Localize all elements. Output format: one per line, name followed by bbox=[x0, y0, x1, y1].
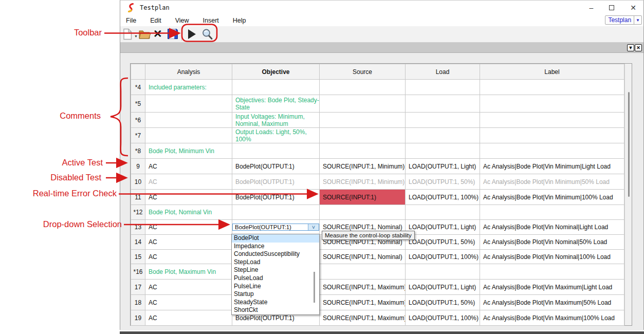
cell-load[interactable] bbox=[406, 205, 480, 220]
cell-source[interactable] bbox=[320, 95, 406, 113]
cell-source[interactable] bbox=[320, 205, 406, 220]
cell-analysis[interactable]: AC bbox=[145, 235, 232, 250]
cell-objective[interactable] bbox=[232, 205, 320, 220]
row-number[interactable]: 11 bbox=[131, 190, 145, 205]
dropdown-item-pulseload[interactable]: PulseLoad bbox=[232, 274, 319, 283]
cell-label[interactable]: Ac Analysis|Bode Plot|Vin Minimum|100% L… bbox=[480, 190, 624, 205]
cell-objective[interactable]: Objectives: Bode Plot, Steady-State bbox=[232, 95, 320, 113]
dropdown-item-stepload[interactable]: StepLoad bbox=[232, 258, 319, 267]
column-header-rownum[interactable] bbox=[131, 64, 145, 80]
cell-label[interactable]: Ac Analysis|Bode Plot|Vin Maximum|100% L… bbox=[480, 310, 624, 326]
cell-analysis[interactable]: Bode Plot, Minimum Vin bbox=[145, 143, 232, 159]
vertical-scrollbar[interactable] bbox=[624, 64, 632, 325]
cell-load[interactable] bbox=[406, 128, 480, 143]
row-number[interactable]: 10 bbox=[131, 174, 145, 190]
cell-objective[interactable]: BodePlot(OUTPUT:1) bbox=[232, 174, 320, 190]
cell-analysis[interactable]: Included parameters: bbox=[145, 80, 232, 95]
cell-analysis[interactable]: Bode Plot, Maximum Vin bbox=[145, 264, 232, 280]
cell-load[interactable] bbox=[406, 143, 480, 159]
cell-label[interactable] bbox=[480, 95, 624, 113]
cell-analysis[interactable]: AC bbox=[145, 159, 232, 174]
cell-load[interactable]: LOAD(OUTPUT:1, Light) bbox=[406, 220, 480, 235]
menu-item-edit[interactable]: Edit bbox=[145, 16, 166, 25]
cell-label[interactable] bbox=[480, 113, 624, 128]
dropdown-item-conductedsusceptibility[interactable]: ConductedSusceptibility bbox=[232, 250, 319, 258]
dropdown-item-stepline[interactable]: StepLine bbox=[232, 266, 319, 274]
cell-source[interactable]: SOURCE(INPUT:1, Maximum) bbox=[320, 295, 406, 310]
delete-button[interactable]: ✕ bbox=[153, 28, 162, 40]
dropdown-item-shortckt[interactable]: ShortCkt bbox=[232, 306, 319, 314]
cell-label[interactable] bbox=[480, 264, 624, 280]
maximize-button[interactable] bbox=[609, 5, 614, 10]
cell-load[interactable]: LOAD(OUTPUT:1, 50%) bbox=[406, 235, 480, 250]
row-number[interactable]: 18 bbox=[131, 295, 145, 310]
objective-dropdown-list[interactable]: BodePlotImpedanceConductedSusceptibility… bbox=[231, 234, 320, 315]
cell-source[interactable] bbox=[320, 143, 406, 159]
dropdown-item-impedance[interactable]: Impedance bbox=[232, 243, 319, 251]
cell-source[interactable] bbox=[320, 128, 406, 143]
dropdown-item-bodeplot[interactable]: BodePlot bbox=[232, 234, 319, 243]
panel-collapse-button[interactable]: ▼ bbox=[627, 44, 634, 51]
cell-analysis[interactable] bbox=[145, 95, 232, 113]
cell-source[interactable]: SOURCE(INPUT:1, Maximum) bbox=[320, 310, 406, 326]
cell-source[interactable] bbox=[320, 113, 406, 128]
find-button[interactable] bbox=[201, 28, 214, 43]
row-number[interactable]: 14 bbox=[131, 235, 145, 250]
cell-label[interactable]: Ac Analysis|Bode Plot|Vin Nominal|50% Lo… bbox=[480, 235, 624, 250]
cell-label[interactable]: Ac Analysis|Bode Plot|Vin Minimum|50% Lo… bbox=[480, 174, 624, 190]
column-header-load[interactable]: Load bbox=[406, 64, 480, 80]
row-number[interactable]: *6 bbox=[131, 113, 145, 128]
new-document-button[interactable] bbox=[123, 28, 133, 42]
cell-objective[interactable]: BodePlot(OUTPUT:1) bbox=[232, 190, 320, 205]
objective-combobox[interactable]: BodePlot(OUTPUT:1)˅ bbox=[232, 224, 319, 231]
cell-label[interactable]: Ac Analysis|Bode Plot|Vin Maximum|Light … bbox=[480, 280, 624, 295]
menu-item-help[interactable]: Help bbox=[228, 16, 251, 25]
cell-load[interactable] bbox=[406, 80, 480, 95]
row-number[interactable]: *5 bbox=[131, 95, 145, 113]
menu-item-view[interactable]: View bbox=[171, 16, 194, 25]
cell-source-error[interactable]: SOURCE(INPUT:1) bbox=[320, 190, 406, 205]
cell-label[interactable] bbox=[480, 128, 624, 143]
cell-analysis[interactable] bbox=[145, 113, 232, 128]
cell-load[interactable]: LOAD(OUTPUT:1, Light) bbox=[406, 280, 480, 295]
cell-load[interactable] bbox=[406, 113, 480, 128]
cell-analysis[interactable]: AC bbox=[145, 250, 232, 264]
cell-analysis[interactable]: AC bbox=[145, 190, 232, 205]
cell-label[interactable] bbox=[480, 205, 624, 220]
row-number[interactable]: 19 bbox=[131, 310, 145, 326]
cell-objective[interactable]: Input Voltages: Minimum, Nominal, Maximu… bbox=[232, 113, 320, 128]
cell-objective[interactable]: Output Loads: Light, 50%, 100% bbox=[232, 128, 320, 143]
save-button[interactable] bbox=[167, 28, 178, 42]
cell-source[interactable] bbox=[320, 264, 406, 280]
row-number[interactable]: *16 bbox=[131, 264, 145, 280]
chevron-down-icon[interactable]: ˅ bbox=[308, 224, 319, 230]
cell-label[interactable] bbox=[480, 143, 624, 159]
cell-load[interactable]: LOAD(OUTPUT:1, 50%) bbox=[406, 174, 480, 190]
minimize-button[interactable]: – bbox=[589, 4, 593, 11]
cell-load[interactable]: LOAD(OUTPUT:1, 50%) bbox=[406, 295, 480, 310]
cell-load[interactable] bbox=[406, 95, 480, 113]
row-number[interactable]: 17 bbox=[131, 280, 145, 295]
cell-objective[interactable] bbox=[232, 80, 320, 95]
cell-label[interactable] bbox=[480, 80, 624, 95]
menu-item-file[interactable]: File bbox=[121, 16, 141, 25]
cell-load[interactable]: LOAD(OUTPUT:1, 100%) bbox=[406, 310, 480, 326]
column-header-label[interactable]: Label bbox=[480, 64, 624, 80]
cell-load[interactable]: LOAD(OUTPUT:1, 100%) bbox=[406, 190, 480, 205]
row-number[interactable]: 13 bbox=[131, 220, 145, 235]
cell-analysis[interactable]: AC bbox=[145, 220, 232, 235]
cell-load[interactable] bbox=[406, 264, 480, 280]
dropdown-item-steadystate[interactable]: SteadyState bbox=[232, 299, 319, 307]
row-number[interactable]: 15 bbox=[131, 250, 145, 264]
cell-analysis[interactable]: AC bbox=[145, 280, 232, 295]
cell-label[interactable]: Ac Analysis|Bode Plot|Vin Nominal|100% L… bbox=[480, 250, 624, 264]
cell-load[interactable]: LOAD(OUTPUT:1, Light) bbox=[406, 159, 480, 174]
cell-source[interactable]: SOURCE(INPUT:1, Minimum) bbox=[320, 174, 406, 190]
cell-objective[interactable]: BodePlot(OUTPUT:1)˅ bbox=[232, 220, 320, 235]
menu-item-insert[interactable]: Insert bbox=[198, 16, 224, 25]
cell-analysis[interactable]: AC bbox=[145, 310, 232, 326]
run-button[interactable] bbox=[186, 28, 197, 42]
scrollbar-thumb[interactable] bbox=[628, 92, 630, 197]
testplan-profile-selector[interactable]: Testplan ▼ bbox=[605, 15, 642, 25]
row-number[interactable]: 9 bbox=[131, 159, 145, 174]
